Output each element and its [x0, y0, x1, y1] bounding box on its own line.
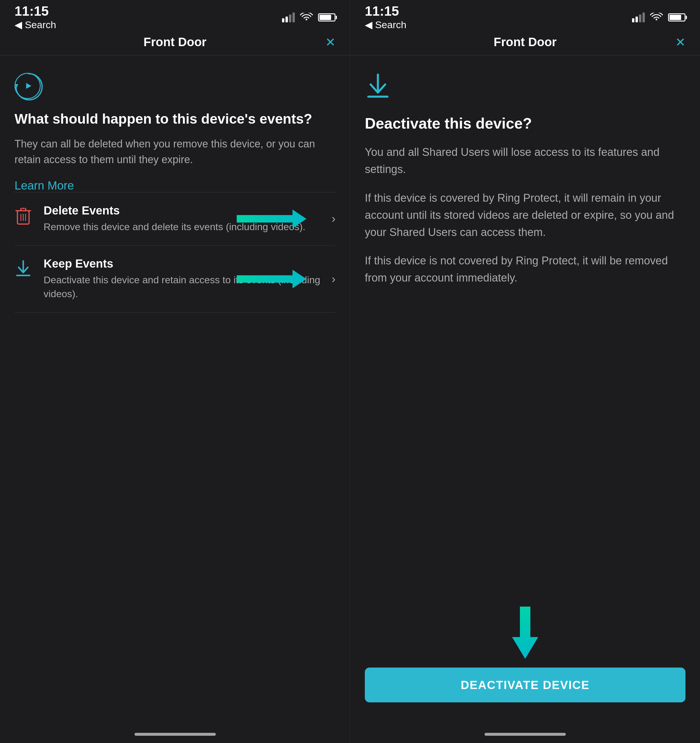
- signal-icon: [282, 12, 295, 22]
- events-heading: What should happen to this device's even…: [15, 111, 335, 127]
- right-screen: 11:15 ◀ Search Front Door ✕: [350, 0, 700, 743]
- arrow-annotation-keep: [237, 269, 306, 288]
- nav-bar-right: Front Door ✕: [350, 29, 700, 55]
- trash-icon: [15, 206, 35, 227]
- signal-icon-right: [632, 12, 645, 22]
- content-left: What should happen to this device's even…: [0, 55, 350, 725]
- deactivate-para-1: You and all Shared Users will lose acces…: [365, 144, 685, 178]
- download-icon-small: [15, 259, 35, 280]
- keep-events-item[interactable]: Keep Events Deactivate this device and r…: [15, 245, 335, 312]
- status-bar-right: 11:15 ◀ Search: [350, 0, 700, 29]
- wifi-icon: [300, 13, 313, 22]
- chevron-right-icon-keep: ›: [332, 272, 335, 286]
- deactivate-heading: Deactivate this device?: [365, 115, 685, 132]
- status-icons-right: [632, 12, 685, 22]
- home-indicator-right: [350, 725, 700, 743]
- time-right: 11:15: [365, 4, 406, 18]
- wifi-icon-right: [650, 13, 663, 22]
- status-icons-left: [282, 12, 335, 22]
- replay-icon-container: [15, 73, 41, 99]
- download-icon-large: [365, 73, 391, 99]
- deactivate-para-2: If this device is covered by Ring Protec…: [365, 189, 685, 241]
- battery-icon: [318, 13, 335, 21]
- close-button-right[interactable]: ✕: [675, 35, 685, 49]
- nav-title-right: Front Door: [494, 35, 557, 49]
- status-bar-left: 11:15 ◀ Search: [0, 0, 350, 29]
- events-body: They can all be deleted when you remove …: [15, 136, 335, 167]
- learn-more-link[interactable]: Learn More: [15, 179, 74, 192]
- content-right: Deactivate this device? You and all Shar…: [350, 55, 700, 607]
- close-button-left[interactable]: ✕: [325, 35, 335, 49]
- chevron-right-icon: ›: [332, 212, 335, 225]
- deactivate-para-3: If this device is not covered by Ring Pr…: [365, 252, 685, 286]
- keep-events-title: Keep Events: [44, 257, 326, 270]
- delete-events-item[interactable]: Delete Events Remove this device and del…: [15, 192, 335, 246]
- time-left: 11:15: [15, 4, 56, 18]
- download-icon-container: [365, 73, 685, 100]
- svg-marker-1: [15, 84, 18, 88]
- footer-right: DEACTIVATE DEVICE: [350, 607, 700, 725]
- left-screen: 11:15 ◀ Search Front Door ✕: [0, 0, 350, 743]
- reload-arc-icon: [13, 71, 44, 102]
- back-right[interactable]: ◀ Search: [365, 19, 406, 31]
- nav-title-left: Front Door: [144, 35, 206, 49]
- deactivate-button[interactable]: DEACTIVATE DEVICE: [365, 668, 685, 702]
- svg-marker-14: [512, 607, 538, 659]
- down-arrow-annotation: [365, 607, 685, 659]
- home-indicator-left: [0, 725, 350, 743]
- nav-bar-left: Front Door ✕: [0, 29, 350, 55]
- back-left[interactable]: ◀ Search: [15, 19, 56, 31]
- battery-icon-right: [668, 13, 685, 21]
- arrow-annotation-delete: [237, 210, 306, 228]
